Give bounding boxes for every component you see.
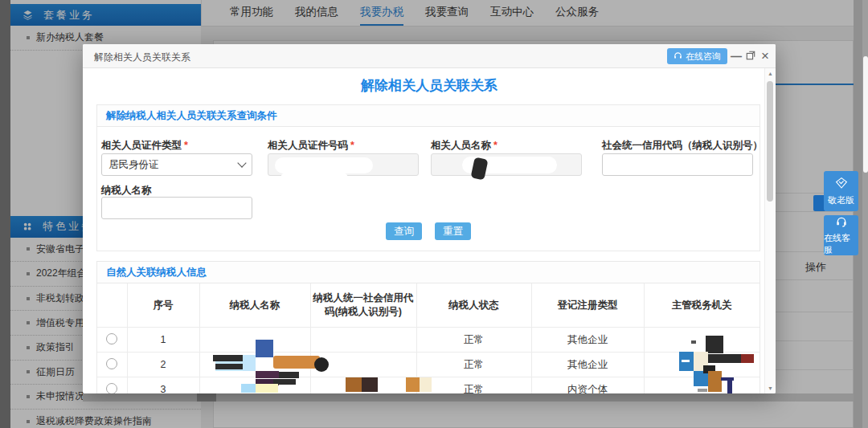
- remove-association-dialog: 解除相关人员关联关系 在线咨询 — × 解除相关人员关联关系 解除纳税人相关人员…: [83, 44, 776, 393]
- dialog-titlebar: 解除相关人员关联关系 在线咨询 — ×: [83, 44, 776, 68]
- redaction-mosaic-tax-authority: [679, 336, 760, 393]
- cert-no-label: 相关人员证件号码*: [268, 139, 354, 153]
- status-cell: 正常: [416, 328, 531, 353]
- headset-icon: [834, 215, 849, 230]
- maximize-button[interactable]: [743, 49, 758, 63]
- minimize-button[interactable]: —: [729, 49, 743, 63]
- screen: 套餐业务 新办纳税人套餐 特色业务 安徽省电子税务局 2022年组合式税 非税划…: [0, 0, 868, 428]
- row-radio[interactable]: [106, 383, 117, 394]
- page-scrollbar-thumb[interactable]: [863, 56, 868, 173]
- dialog-heading: 解除相关人员关联关系: [83, 76, 776, 95]
- chevron-down-icon: [237, 158, 246, 167]
- table-row[interactable]: 1 正常 其他企业: [97, 328, 760, 353]
- dialog-vertical-scrollbar[interactable]: ▲ ▼: [764, 68, 776, 393]
- handshake-icon: [833, 176, 850, 192]
- table-header-row: 序号 纳税人名称 纳税人统一社会信用代码(纳税人识别号) 纳税人状态 登记注册类…: [97, 283, 760, 328]
- select-column-header: [97, 283, 127, 328]
- redaction-mark: [470, 157, 488, 181]
- scrollbar-thumb[interactable]: [767, 81, 773, 202]
- row-radio[interactable]: [106, 333, 117, 344]
- close-button[interactable]: ×: [758, 49, 772, 63]
- person-name-label: 相关人员名称*: [431, 139, 497, 153]
- results-panel-title: 自然人关联纳税人信息: [97, 262, 760, 283]
- results-panel: 自然人关联纳税人信息 序号 纳税人名称 纳税人统一社会信用代码(纳税人识别号) …: [96, 261, 760, 393]
- headset-icon: [674, 51, 682, 62]
- table-row[interactable]: 2 正常 其他企业: [97, 353, 760, 377]
- cert-type-selected-value: 居民身份证: [108, 158, 159, 172]
- row-radio[interactable]: [106, 358, 117, 369]
- online-service-button[interactable]: 在线客服: [824, 215, 858, 255]
- status-cell: 正常: [416, 353, 531, 377]
- online-consult-button[interactable]: 在线咨询: [667, 48, 727, 64]
- person-name-input[interactable]: [431, 153, 582, 176]
- redaction-mosaic-taxpayer-name: [211, 337, 332, 393]
- query-buttons-row: 查询 重置: [97, 222, 760, 240]
- redaction-smudge: [275, 157, 373, 173]
- query-panel-title: 解除纳税人相关人员关联关系查询条件: [97, 105, 760, 127]
- redaction-smudge: [280, 173, 348, 184]
- maximize-icon: [746, 50, 755, 63]
- scroll-down-arrow[interactable]: ▼: [765, 385, 776, 391]
- credit-code-input[interactable]: [602, 153, 753, 176]
- dialog-title: 解除相关人员关联关系: [94, 51, 190, 64]
- taxpayer-name-input[interactable]: [101, 197, 252, 219]
- taxpayer-name-label: 纳税人名称: [101, 184, 152, 198]
- elder-mode-button[interactable]: 敬老版: [824, 171, 858, 211]
- reset-button[interactable]: 重置: [435, 222, 471, 240]
- query-button[interactable]: 查询: [386, 222, 422, 240]
- cert-type-label: 相关人员证件类型*: [101, 139, 188, 153]
- redaction-mosaic-credit-code: [346, 377, 434, 393]
- query-conditions-panel: 解除纳税人相关人员关联关系查询条件 相关人员证件类型* 居民身份证 相关人员证件…: [96, 104, 760, 251]
- cert-type-select[interactable]: 居民身份证: [101, 153, 252, 176]
- scroll-up-arrow[interactable]: ▲: [765, 71, 776, 76]
- credit-code-label: 社会统一信用代码（纳税人识别号）: [602, 139, 763, 153]
